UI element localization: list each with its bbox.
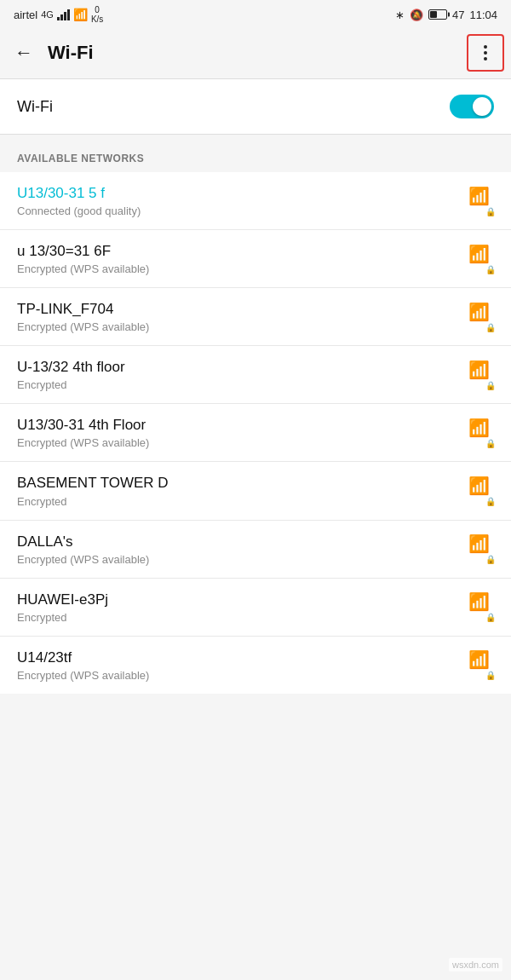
wifi-signal-icon: 📶 xyxy=(468,361,490,378)
network-item[interactable]: U-13/32 4th floorEncrypted📶🔒 xyxy=(0,346,511,404)
carrier-label: airtel xyxy=(14,9,37,21)
network-name: U-13/32 4th floor xyxy=(17,358,463,377)
network-info: U-13/32 4th floorEncrypted xyxy=(17,358,463,391)
wifi-toggle-row: Wi-Fi xyxy=(0,79,511,134)
network-info: TP-LINK_F704Encrypted (WPS available) xyxy=(17,300,463,333)
wifi-signal-icon: 📶 xyxy=(468,245,490,262)
network-status: Encrypted (WPS available) xyxy=(17,262,463,275)
three-dots-icon xyxy=(484,45,487,61)
network-item[interactable]: u 13/30=31 6FEncrypted (WPS available)📶🔒 xyxy=(0,230,511,288)
network-name: U14/23tf xyxy=(17,649,463,667)
status-left: airtel 4G 📶 0 K/s xyxy=(14,5,103,24)
status-right: ∗ 🔕 47 11:04 xyxy=(395,9,497,21)
network-item[interactable]: DALLA'sEncrypted (WPS available)📶🔒 xyxy=(0,521,511,579)
signal-bars-icon xyxy=(57,9,70,20)
battery-percent: 47 xyxy=(452,9,464,21)
wifi-lock-icon: 📶🔒 xyxy=(463,187,494,215)
battery-fill xyxy=(430,11,437,18)
back-button[interactable]: ← xyxy=(7,36,41,70)
network-info: HUAWEI-e3PjEncrypted xyxy=(17,591,463,624)
status-bar: airtel 4G 📶 0 K/s ∗ 🔕 47 11:04 xyxy=(0,0,511,27)
network-info: U14/23tfEncrypted (WPS available) xyxy=(17,649,463,682)
network-info: DALLA'sEncrypted (WPS available) xyxy=(17,533,463,566)
wifi-signal-icon: 📶 xyxy=(468,187,490,205)
wifi-toggle-label: Wi-Fi xyxy=(17,98,53,116)
network-item[interactable]: U13/30-31 5 fConnected (good quality)📶🔒 xyxy=(0,172,511,230)
network-status: Encrypted xyxy=(17,611,463,624)
data-unit: K/s xyxy=(91,14,103,24)
data-up: 0 xyxy=(91,5,103,14)
network-status: Encrypted xyxy=(17,495,463,508)
wifi-lock-icon: 📶🔒 xyxy=(463,419,494,447)
toggle-knob xyxy=(473,97,491,116)
wifi-lock-icon: 📶🔒 xyxy=(463,361,494,389)
lock-icon: 🔒 xyxy=(485,555,496,564)
lock-icon: 🔒 xyxy=(485,671,496,680)
network-name: BASEMENT TOWER D xyxy=(17,474,463,493)
network-item[interactable]: U14/23tfEncrypted (WPS available)📶🔒 xyxy=(0,637,511,694)
network-name: DALLA's xyxy=(17,533,463,551)
more-options-button[interactable] xyxy=(467,34,504,72)
time-label: 11:04 xyxy=(469,9,497,21)
app-bar: ← Wi-Fi xyxy=(0,27,511,78)
wifi-lock-icon: 📶🔒 xyxy=(463,477,494,504)
wifi-signal-icon: 📶 xyxy=(468,477,490,494)
data-speed: 0 K/s xyxy=(91,5,103,24)
lock-icon: 🔒 xyxy=(485,323,496,332)
network-status: Encrypted (WPS available) xyxy=(17,436,463,449)
wifi-lock-icon: 📶🔒 xyxy=(463,245,494,273)
network-status: Connected (good quality) xyxy=(17,205,463,217)
network-status: Encrypted xyxy=(17,378,463,391)
network-name: U13/30-31 4th Floor xyxy=(17,416,463,435)
lock-icon: 🔒 xyxy=(485,497,496,506)
network-item[interactable]: TP-LINK_F704Encrypted (WPS available)📶🔒 xyxy=(0,288,511,346)
network-info: u 13/30=31 6FEncrypted (WPS available) xyxy=(17,242,463,275)
available-networks-header: AVAILABLE NETWORKS xyxy=(0,135,511,172)
wifi-lock-icon: 📶🔒 xyxy=(463,651,494,678)
network-info: BASEMENT TOWER DEncrypted xyxy=(17,474,463,507)
lock-icon: 🔒 xyxy=(485,381,496,390)
wifi-toggle-switch[interactable] xyxy=(450,95,494,118)
network-item[interactable]: HUAWEI-e3PjEncrypted📶🔒 xyxy=(0,579,511,637)
wifi-status-icon: 📶 xyxy=(73,8,88,21)
wifi-lock-icon: 📶🔒 xyxy=(463,303,494,331)
network-item[interactable]: U13/30-31 4th FloorEncrypted (WPS availa… xyxy=(0,404,511,462)
page-title: Wi-Fi xyxy=(41,42,467,64)
lock-icon: 🔒 xyxy=(485,613,496,622)
network-item[interactable]: BASEMENT TOWER DEncrypted📶🔒 xyxy=(0,462,511,520)
network-name: u 13/30=31 6F xyxy=(17,242,463,261)
battery-icon xyxy=(428,9,447,20)
back-arrow-icon: ← xyxy=(14,42,33,64)
section-header-text: AVAILABLE NETWORKS xyxy=(17,153,144,164)
lock-icon: 🔒 xyxy=(485,265,496,274)
network-status: Encrypted (WPS available) xyxy=(17,669,463,682)
wifi-signal-icon: 📶 xyxy=(468,593,490,610)
network-status: Encrypted (WPS available) xyxy=(17,320,463,333)
silent-icon: 🔕 xyxy=(410,9,423,21)
watermark: wsxdn.com xyxy=(449,958,502,971)
network-name: HUAWEI-e3Pj xyxy=(17,591,463,609)
bluetooth-icon: ∗ xyxy=(395,9,405,21)
lock-icon: 🔒 xyxy=(485,439,496,448)
wifi-lock-icon: 📶🔒 xyxy=(463,593,494,620)
wifi-lock-icon: 📶🔒 xyxy=(463,535,494,562)
network-type-label: 4G xyxy=(41,9,54,20)
network-name: U13/30-31 5 f xyxy=(17,184,463,203)
wifi-signal-icon: 📶 xyxy=(468,419,490,436)
network-status: Encrypted (WPS available) xyxy=(17,553,463,566)
network-list: U13/30-31 5 fConnected (good quality)📶🔒u… xyxy=(0,172,511,694)
lock-icon: 🔒 xyxy=(485,207,496,216)
wifi-signal-icon: 📶 xyxy=(468,535,490,552)
wifi-signal-icon: 📶 xyxy=(468,651,490,668)
network-info: U13/30-31 4th FloorEncrypted (WPS availa… xyxy=(17,416,463,449)
wifi-signal-icon: 📶 xyxy=(468,303,490,320)
network-info: U13/30-31 5 fConnected (good quality) xyxy=(17,184,463,217)
network-name: TP-LINK_F704 xyxy=(17,300,463,319)
